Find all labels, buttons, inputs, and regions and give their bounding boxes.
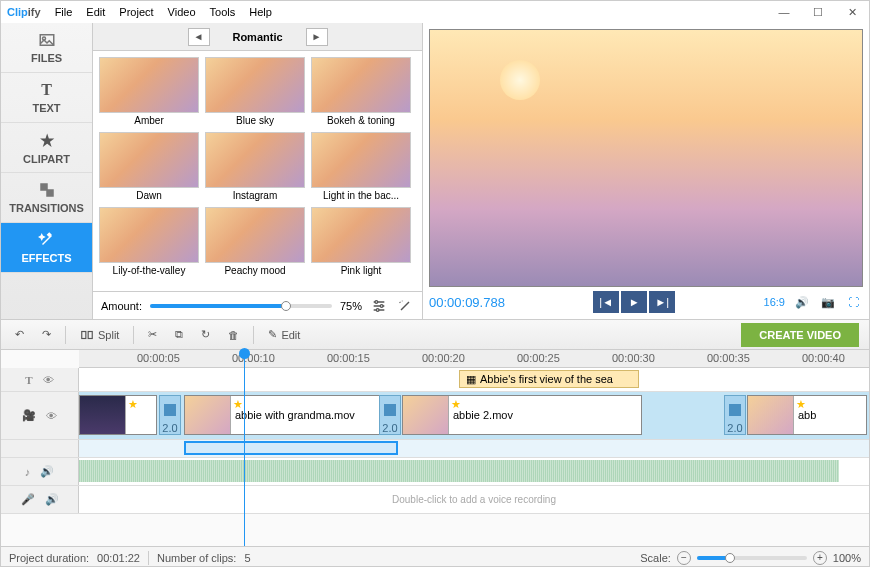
rotate-button[interactable]: ↻ — [197, 326, 214, 343]
time-ruler[interactable]: 00:00:0500:00:1000:00:1500:00:2000:00:25… — [79, 350, 869, 368]
svg-rect-8 — [88, 331, 92, 338]
menu-tools[interactable]: Tools — [210, 6, 236, 18]
svg-rect-3 — [46, 189, 54, 197]
svg-rect-7 — [82, 331, 86, 338]
video-clip[interactable]: ★abbie 2.mov — [402, 395, 642, 435]
menu-project[interactable]: Project — [119, 6, 153, 18]
audio-waveform[interactable] — [79, 460, 839, 482]
main-menu: File Edit Project Video Tools Help — [55, 6, 272, 18]
menu-video[interactable]: Video — [168, 6, 196, 18]
create-video-button[interactable]: CREATE VIDEO — [741, 323, 859, 347]
category-next-button[interactable]: ► — [306, 28, 328, 46]
menu-help[interactable]: Help — [249, 6, 272, 18]
edit-button[interactable]: ✎ Edit — [264, 326, 304, 343]
svg-point-5 — [380, 304, 383, 307]
aspect-ratio[interactable]: 16:9 — [764, 296, 785, 308]
close-button[interactable]: ✕ — [841, 6, 863, 19]
visibility-icon[interactable]: 👁 — [43, 374, 54, 386]
audio-track-icon: ♪ — [25, 466, 31, 478]
effect-item[interactable]: Instagram — [205, 132, 305, 203]
category-name: Romantic — [218, 31, 298, 43]
video-clip[interactable]: ★ — [79, 395, 157, 435]
transition[interactable]: 2.0 — [724, 395, 746, 435]
duration-label: Project duration: — [9, 552, 89, 564]
tab-transitions[interactable]: TRANSITIONS — [1, 173, 92, 223]
preview-viewport — [429, 29, 863, 287]
wand-icon[interactable] — [396, 297, 414, 315]
settings-icon[interactable] — [370, 297, 388, 315]
effect-item[interactable]: Blue sky — [205, 57, 305, 128]
effect-item[interactable]: Dawn — [99, 132, 199, 203]
effect-item[interactable]: Bokeh & toning — [311, 57, 411, 128]
category-prev-button[interactable]: ◄ — [188, 28, 210, 46]
app-logo: Clipify — [7, 5, 41, 19]
clips-value: 5 — [244, 552, 250, 564]
zoom-slider[interactable] — [697, 556, 807, 560]
zoom-in-button[interactable]: + — [813, 551, 827, 565]
split-button[interactable]: Split — [76, 326, 123, 344]
effects-grid: Amber Blue sky Bokeh & toning Dawn Insta… — [93, 51, 422, 291]
effect-item[interactable]: Lily-of-the-valley — [99, 207, 199, 278]
text-clip[interactable]: ▦Abbie's first view of the sea — [459, 370, 639, 388]
video-clip[interactable]: ★abbie with grandma.mov — [184, 395, 398, 435]
tab-files[interactable]: FILES — [1, 23, 92, 73]
svg-point-6 — [376, 308, 379, 311]
visibility-icon[interactable]: 👁 — [46, 410, 57, 422]
video-clip[interactable]: ★abb — [747, 395, 867, 435]
maximize-button[interactable]: ☐ — [807, 6, 829, 19]
transition[interactable]: 2.0 — [379, 395, 401, 435]
undo-button[interactable]: ↶ — [11, 326, 28, 343]
duration-value: 00:01:22 — [97, 552, 140, 564]
redo-button[interactable]: ↷ — [38, 326, 55, 343]
effect-item[interactable]: Pink light — [311, 207, 411, 278]
menu-edit[interactable]: Edit — [86, 6, 105, 18]
mute-icon[interactable]: 🔊 — [45, 493, 59, 506]
clips-label: Number of clips: — [157, 552, 236, 564]
crop-button[interactable]: ⧉ — [171, 326, 187, 343]
amount-slider[interactable] — [150, 304, 332, 308]
text-track-icon: T — [25, 374, 32, 386]
next-frame-button[interactable]: ►| — [649, 291, 675, 313]
playhead[interactable] — [244, 350, 245, 546]
scale-value: 100% — [833, 552, 861, 564]
svg-point-4 — [375, 300, 378, 303]
effect-item[interactable]: Amber — [99, 57, 199, 128]
tab-text[interactable]: TTEXT — [1, 73, 92, 123]
play-button[interactable]: ► — [621, 291, 647, 313]
video-track-icon: 🎥 — [22, 409, 36, 422]
text-clip-icon: ▦ — [466, 373, 476, 386]
volume-icon[interactable]: 🔊 — [793, 293, 811, 311]
mute-icon[interactable]: 🔊 — [40, 465, 54, 478]
delete-button[interactable]: 🗑 — [224, 327, 243, 343]
effect-item[interactable]: Light in the bac... — [311, 132, 411, 203]
zoom-out-button[interactable]: − — [677, 551, 691, 565]
tab-effects[interactable]: EFFECTS — [1, 223, 92, 273]
transition[interactable]: 2.0 — [159, 395, 181, 435]
snapshot-icon[interactable]: 📷 — [819, 293, 837, 311]
effect-item[interactable]: Peachy mood — [205, 207, 305, 278]
mic-track-icon: 🎤 — [21, 493, 35, 506]
minimize-button[interactable]: — — [773, 6, 795, 19]
tab-clipart[interactable]: ★CLIPART — [1, 123, 92, 173]
cut-button[interactable]: ✂ — [144, 326, 161, 343]
amount-value: 75% — [340, 300, 362, 312]
fullscreen-icon[interactable]: ⛶ — [845, 293, 863, 311]
scale-label: Scale: — [640, 552, 671, 564]
amount-label: Amount: — [101, 300, 142, 312]
prev-frame-button[interactable]: |◄ — [593, 291, 619, 313]
menu-file[interactable]: File — [55, 6, 73, 18]
selection-range[interactable] — [184, 441, 398, 455]
timecode: 00:00:09.788 — [429, 295, 505, 310]
voice-track[interactable]: Double-click to add a voice recording — [79, 486, 869, 513]
